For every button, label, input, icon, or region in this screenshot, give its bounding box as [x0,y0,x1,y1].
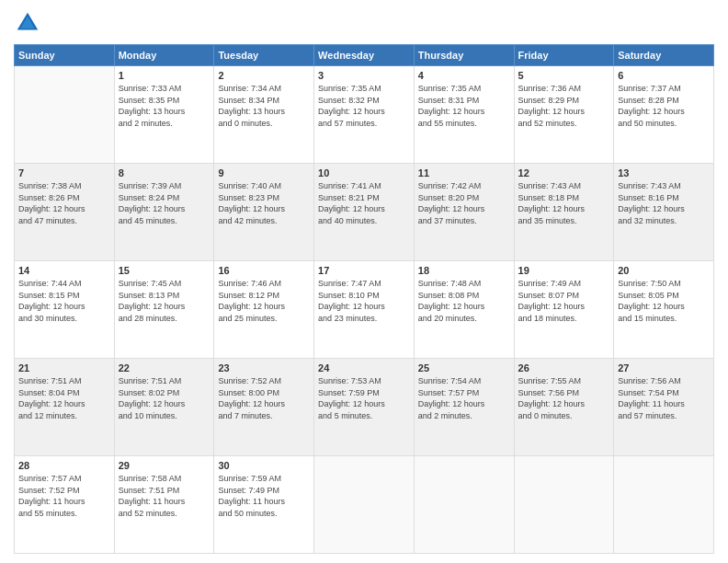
day-number: 9 [218,167,310,178]
day-info: Sunrise: 7:53 AM Sunset: 7:59 PM Dayligh… [318,375,410,421]
day-number: 17 [318,265,410,276]
page: SundayMondayTuesdayWednesdayThursdayFrid… [0,0,728,563]
calendar-week-row: 14Sunrise: 7:44 AM Sunset: 8:15 PM Dayli… [15,261,714,359]
day-number: 30 [218,460,310,471]
calendar-cell: 4Sunrise: 7:35 AM Sunset: 8:31 PM Daylig… [414,66,514,164]
day-info: Sunrise: 7:56 AM Sunset: 7:54 PM Dayligh… [618,375,710,421]
calendar-cell [15,66,115,164]
day-number: 4 [418,70,510,81]
weekday-header-tuesday: Tuesday [214,45,314,66]
day-number: 29 [119,460,210,471]
day-info: Sunrise: 7:41 AM Sunset: 8:21 PM Dayligh… [318,180,410,226]
calendar-cell: 19Sunrise: 7:49 AM Sunset: 8:07 PM Dayli… [514,261,614,359]
calendar-cell: 18Sunrise: 7:48 AM Sunset: 8:08 PM Dayli… [414,261,514,359]
calendar-cell: 8Sunrise: 7:39 AM Sunset: 8:24 PM Daylig… [114,164,214,261]
calendar-cell: 16Sunrise: 7:46 AM Sunset: 8:12 PM Dayli… [214,261,314,359]
calendar-cell: 2Sunrise: 7:34 AM Sunset: 8:34 PM Daylig… [214,66,314,164]
day-number: 28 [18,460,110,471]
calendar-cell [514,456,614,554]
day-number: 2 [218,70,310,81]
calendar-cell: 13Sunrise: 7:43 AM Sunset: 8:16 PM Dayli… [614,164,714,261]
day-number: 27 [618,362,710,373]
calendar-week-row: 7Sunrise: 7:38 AM Sunset: 8:26 PM Daylig… [15,164,714,261]
calendar-cell: 1Sunrise: 7:33 AM Sunset: 8:35 PM Daylig… [114,66,214,164]
day-number: 6 [618,70,710,81]
calendar-cell: 24Sunrise: 7:53 AM Sunset: 7:59 PM Dayli… [314,359,415,456]
day-info: Sunrise: 7:46 AM Sunset: 8:12 PM Dayligh… [218,278,310,324]
calendar-cell: 20Sunrise: 7:50 AM Sunset: 8:05 PM Dayli… [614,261,714,359]
day-info: Sunrise: 7:58 AM Sunset: 7:51 PM Dayligh… [119,473,210,519]
weekday-header-monday: Monday [114,45,214,66]
day-number: 8 [119,167,210,178]
day-number: 21 [18,362,110,373]
calendar-week-row: 28Sunrise: 7:57 AM Sunset: 7:52 PM Dayli… [15,456,714,554]
calendar-cell: 28Sunrise: 7:57 AM Sunset: 7:52 PM Dayli… [15,456,115,554]
logo [14,9,45,37]
calendar-cell: 22Sunrise: 7:51 AM Sunset: 8:02 PM Dayli… [114,359,214,456]
day-number: 18 [418,265,510,276]
day-info: Sunrise: 7:36 AM Sunset: 8:29 PM Dayligh… [518,83,610,129]
calendar-header-row: SundayMondayTuesdayWednesdayThursdayFrid… [15,45,714,66]
day-info: Sunrise: 7:47 AM Sunset: 8:10 PM Dayligh… [318,278,410,324]
calendar-cell: 12Sunrise: 7:43 AM Sunset: 8:18 PM Dayli… [514,164,614,261]
day-info: Sunrise: 7:35 AM Sunset: 8:32 PM Dayligh… [318,83,410,129]
day-number: 10 [318,167,410,178]
day-info: Sunrise: 7:43 AM Sunset: 8:16 PM Dayligh… [618,180,710,226]
calendar-cell: 14Sunrise: 7:44 AM Sunset: 8:15 PM Dayli… [15,261,115,359]
weekday-header-friday: Friday [514,45,614,66]
day-number: 20 [618,265,710,276]
calendar-cell [414,456,514,554]
day-info: Sunrise: 7:52 AM Sunset: 8:00 PM Dayligh… [218,375,310,421]
day-number: 23 [218,362,310,373]
day-info: Sunrise: 7:54 AM Sunset: 7:57 PM Dayligh… [418,375,510,421]
day-number: 22 [119,362,210,373]
day-info: Sunrise: 7:55 AM Sunset: 7:56 PM Dayligh… [518,375,610,421]
calendar-week-row: 1Sunrise: 7:33 AM Sunset: 8:35 PM Daylig… [15,66,714,164]
calendar-cell: 6Sunrise: 7:37 AM Sunset: 8:28 PM Daylig… [614,66,714,164]
calendar-cell: 9Sunrise: 7:40 AM Sunset: 8:23 PM Daylig… [214,164,314,261]
day-number: 12 [518,167,610,178]
calendar-cell: 26Sunrise: 7:55 AM Sunset: 7:56 PM Dayli… [514,359,614,456]
calendar-week-row: 21Sunrise: 7:51 AM Sunset: 8:04 PM Dayli… [15,359,714,456]
day-number: 26 [518,362,610,373]
day-info: Sunrise: 7:33 AM Sunset: 8:35 PM Dayligh… [119,83,210,129]
day-info: Sunrise: 7:38 AM Sunset: 8:26 PM Dayligh… [18,180,110,226]
day-info: Sunrise: 7:48 AM Sunset: 8:08 PM Dayligh… [418,278,510,324]
day-info: Sunrise: 7:44 AM Sunset: 8:15 PM Dayligh… [18,278,110,324]
day-number: 13 [618,167,710,178]
day-number: 16 [218,265,310,276]
day-info: Sunrise: 7:50 AM Sunset: 8:05 PM Dayligh… [618,278,710,324]
calendar-cell: 10Sunrise: 7:41 AM Sunset: 8:21 PM Dayli… [314,164,415,261]
weekday-header-saturday: Saturday [614,45,714,66]
day-info: Sunrise: 7:40 AM Sunset: 8:23 PM Dayligh… [218,180,310,226]
calendar-table: SundayMondayTuesdayWednesdayThursdayFrid… [14,44,714,554]
day-info: Sunrise: 7:51 AM Sunset: 8:02 PM Dayligh… [119,375,210,421]
calendar-cell: 5Sunrise: 7:36 AM Sunset: 8:29 PM Daylig… [514,66,614,164]
day-info: Sunrise: 7:43 AM Sunset: 8:18 PM Dayligh… [518,180,610,226]
day-info: Sunrise: 7:51 AM Sunset: 8:04 PM Dayligh… [18,375,110,421]
day-info: Sunrise: 7:42 AM Sunset: 8:20 PM Dayligh… [418,180,510,226]
day-info: Sunrise: 7:35 AM Sunset: 8:31 PM Dayligh… [418,83,510,129]
calendar-cell: 23Sunrise: 7:52 AM Sunset: 8:00 PM Dayli… [214,359,314,456]
weekday-header-sunday: Sunday [15,45,115,66]
day-number: 7 [18,167,110,178]
day-number: 15 [119,265,210,276]
calendar-cell [614,456,714,554]
calendar-cell: 29Sunrise: 7:58 AM Sunset: 7:51 PM Dayli… [114,456,214,554]
calendar-cell: 7Sunrise: 7:38 AM Sunset: 8:26 PM Daylig… [15,164,115,261]
day-number: 1 [119,70,210,81]
day-number: 14 [18,265,110,276]
day-number: 3 [318,70,410,81]
day-info: Sunrise: 7:49 AM Sunset: 8:07 PM Dayligh… [518,278,610,324]
day-number: 11 [418,167,510,178]
day-number: 25 [418,362,510,373]
calendar-cell: 15Sunrise: 7:45 AM Sunset: 8:13 PM Dayli… [114,261,214,359]
day-info: Sunrise: 7:59 AM Sunset: 7:49 PM Dayligh… [218,473,310,519]
day-number: 24 [318,362,410,373]
logo-icon [14,9,41,37]
weekday-header-thursday: Thursday [414,45,514,66]
calendar-cell: 21Sunrise: 7:51 AM Sunset: 8:04 PM Dayli… [15,359,115,456]
day-info: Sunrise: 7:57 AM Sunset: 7:52 PM Dayligh… [18,473,110,519]
calendar-cell [314,456,415,554]
day-number: 19 [518,265,610,276]
